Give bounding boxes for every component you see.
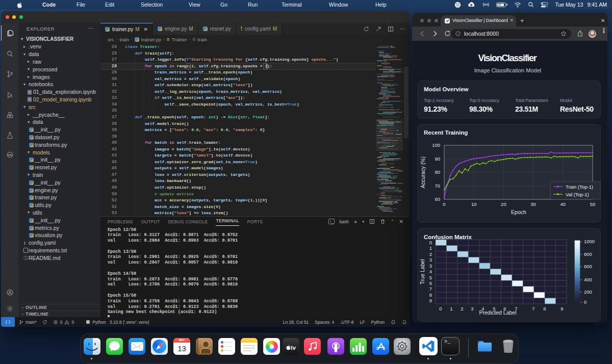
svg-text:Val (Top-1): Val (Top-1) <box>566 192 589 197</box>
svg-text:0: 0 <box>584 299 586 305</box>
svg-text:70: 70 <box>435 183 440 189</box>
svg-text:600: 600 <box>584 264 592 269</box>
svg-text:8: 8 <box>429 292 432 298</box>
svg-text:200: 200 <box>584 289 592 295</box>
svg-text:1: 1 <box>429 245 432 251</box>
svg-text:7: 7 <box>429 286 432 292</box>
svg-text:True Label: True Label <box>419 259 425 284</box>
svg-text:2: 2 <box>461 306 463 311</box>
svg-text:9: 9 <box>429 298 432 303</box>
svg-text:9: 9 <box>560 306 563 311</box>
svg-text:90: 90 <box>435 156 440 162</box>
svg-text:40: 40 <box>560 201 566 207</box>
svg-text:Accuracy (%): Accuracy (%) <box>420 157 426 188</box>
svg-text:Epoch: Epoch <box>511 209 526 215</box>
svg-text:8: 8 <box>543 306 546 311</box>
svg-text:30: 30 <box>530 201 536 207</box>
svg-text:3: 3 <box>471 306 473 311</box>
svg-text:Train (Top-1): Train (Top-1) <box>566 184 593 190</box>
svg-text:50: 50 <box>590 201 596 207</box>
svg-text:80: 80 <box>435 169 440 175</box>
svg-text:0: 0 <box>439 306 442 311</box>
svg-text:2: 2 <box>429 251 432 257</box>
svg-text:10: 10 <box>471 201 477 207</box>
svg-text:400: 400 <box>584 277 592 282</box>
svg-text:7: 7 <box>532 306 534 311</box>
svg-text:3: 3 <box>429 257 432 263</box>
svg-text:0: 0 <box>443 201 445 207</box>
svg-text:1000: 1000 <box>584 239 595 244</box>
svg-text:Predicted Label: Predicted Label <box>479 309 517 316</box>
svg-text:0: 0 <box>429 240 432 245</box>
svg-text:5: 5 <box>429 275 432 280</box>
svg-text:60: 60 <box>435 196 440 202</box>
svg-text:6: 6 <box>429 280 432 286</box>
svg-text:100: 100 <box>432 142 440 148</box>
svg-text:20: 20 <box>501 201 506 207</box>
svg-text:4: 4 <box>429 269 432 274</box>
svg-text:3: 3 <box>429 263 432 269</box>
svg-text:1: 1 <box>450 306 452 311</box>
svg-text:800: 800 <box>584 251 592 257</box>
